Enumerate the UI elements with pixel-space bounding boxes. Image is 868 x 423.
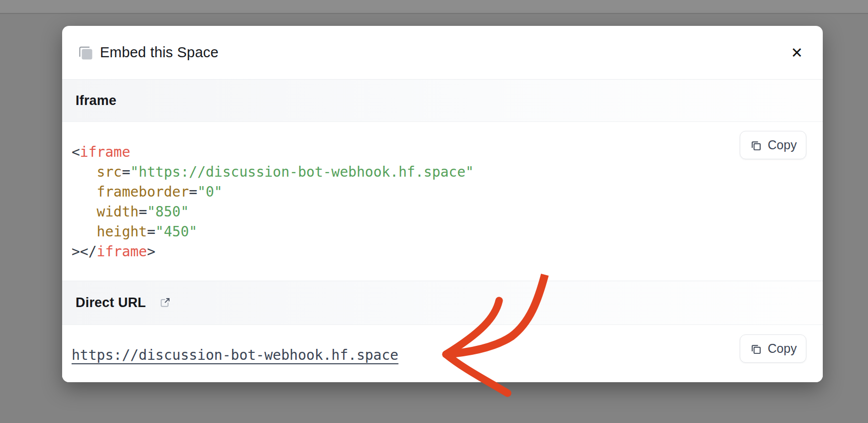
code-line: width="850" — [72, 202, 823, 222]
close-icon[interactable]: ✕ — [788, 42, 806, 63]
embed-space-modal: Embed this Space ✕ Iframe <iframe src="h… — [62, 26, 823, 382]
code-line: <iframe — [72, 142, 823, 162]
page-top-strip — [0, 0, 868, 14]
code-line: frameborder="0" — [72, 182, 823, 202]
iframe-section-header: Iframe — [62, 79, 823, 122]
iframe-heading: Iframe — [76, 93, 116, 108]
external-link-icon[interactable] — [158, 296, 172, 310]
copy-icon — [749, 342, 762, 355]
copy-button-label: Copy — [768, 341, 796, 356]
direct-url-heading: Direct URL — [76, 295, 146, 311]
copy-icon — [749, 139, 762, 152]
page-title: Embed this Space — [100, 44, 219, 61]
copy-url-button[interactable]: Copy — [740, 334, 806, 363]
copy-button-label: Copy — [768, 138, 796, 152]
code-line: ></iframe> — [72, 242, 823, 262]
direct-url-section-header: Direct URL — [62, 281, 823, 325]
modal-header: Embed this Space ✕ — [62, 26, 823, 79]
copy-iframe-button[interactable]: Copy — [740, 131, 806, 159]
embed-code-block: <iframe src="https://discussion-bot-webh… — [62, 122, 823, 262]
direct-url-section: https://discussion-bot-webhook.hf.space … — [62, 325, 823, 382]
code-line: src="https://discussion-bot-webhook.hf.s… — [72, 162, 823, 182]
screen-background: Embed this Space ✕ Iframe <iframe src="h… — [0, 0, 868, 423]
iframe-code-section: <iframe src="https://discussion-bot-webh… — [62, 122, 823, 281]
direct-url-link[interactable]: https://discussion-bot-webhook.hf.space — [72, 345, 398, 365]
code-line: height="450" — [72, 222, 823, 242]
embed-squares-icon — [77, 44, 94, 61]
